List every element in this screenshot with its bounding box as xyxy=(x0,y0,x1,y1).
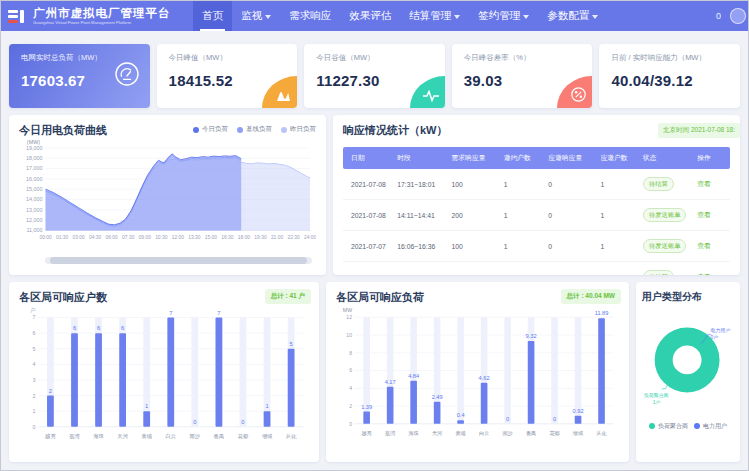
bar-白云[interactable] xyxy=(481,383,488,424)
district-load-chart: MW0246810121.39越秀4.17荔湾4.84海珠2.49天河0.4黄埔… xyxy=(336,305,619,450)
bar-番禺[interactable] xyxy=(528,341,535,424)
nav-item-签约管理[interactable]: 签约管理 xyxy=(469,1,538,31)
table-cell: 0 xyxy=(544,169,596,200)
legend-item-电力用户[interactable]: 电力用户 xyxy=(694,422,727,431)
bar-value-label: 4.62 xyxy=(479,375,490,381)
avatar[interactable] xyxy=(730,8,746,24)
nav-item-参数配置[interactable]: 参数配置 xyxy=(538,1,607,31)
table-cell: 1 xyxy=(596,231,639,262)
scrollbar-handle[interactable] xyxy=(50,257,306,264)
legend-dot xyxy=(193,127,199,133)
nav-item-label: 监视 xyxy=(241,9,262,23)
bar-番禺[interactable] xyxy=(216,318,223,427)
nav-item-首页[interactable]: 首页 xyxy=(193,1,232,31)
svg-text:12: 12 xyxy=(346,314,352,320)
bar-value-label: 2 xyxy=(49,388,52,394)
legend-item-负荷聚合商[interactable]: 负荷聚合商 xyxy=(649,422,688,431)
status-badge: 待结算 xyxy=(643,177,674,191)
svg-text:0: 0 xyxy=(349,421,352,427)
top-nav: 广州市虚拟电厂管理平台 Guangzhou Virtual Power Plan… xyxy=(1,1,748,31)
svg-text:10:30: 10:30 xyxy=(155,235,168,240)
nav-item-结算管理[interactable]: 结算管理 xyxy=(400,1,469,31)
svg-text:10: 10 xyxy=(346,332,352,338)
bar-海珠[interactable] xyxy=(95,333,102,427)
bar-黄埔[interactable] xyxy=(143,411,150,427)
nav-item-效果评估[interactable]: 效果评估 xyxy=(340,1,400,31)
bar-从化[interactable] xyxy=(598,318,605,424)
bar-value-label: 0.92 xyxy=(573,408,584,414)
notification-count[interactable]: 0 xyxy=(716,11,721,21)
bar-从化[interactable] xyxy=(288,349,295,427)
percent-icon xyxy=(571,87,586,102)
bar-荔湾[interactable] xyxy=(387,387,394,424)
table-cell-status: 待结算 xyxy=(639,169,693,200)
bar-增城[interactable] xyxy=(575,416,582,424)
svg-text:1: 1 xyxy=(32,408,35,414)
bar-value-label: 4.84 xyxy=(408,373,419,379)
bar-黄埔[interactable] xyxy=(457,420,464,424)
chart-zoom-scrollbar[interactable] xyxy=(45,257,312,264)
legend-label: 今日负荷 xyxy=(202,125,228,134)
bar-value-label: 1 xyxy=(145,403,148,409)
view-link[interactable]: 查看 xyxy=(697,211,711,218)
view-link[interactable]: 查看 xyxy=(697,273,711,275)
table-cell: 16:06~16:36 xyxy=(393,231,447,262)
svg-text:01:30: 01:30 xyxy=(56,235,69,240)
bar-荔湾[interactable] xyxy=(71,333,78,427)
svg-text:2: 2 xyxy=(32,393,35,399)
bar-value-label: 4.17 xyxy=(385,379,396,385)
bar-category-label: 南沙 xyxy=(502,430,513,437)
svg-text:3: 3 xyxy=(32,377,35,383)
kpi-card-3: 今日峰谷差率（%）39.03 xyxy=(452,44,593,108)
legend-item-基线负荷[interactable]: 基线负荷 xyxy=(237,125,272,134)
table-row: 2021-07-0814:11~14:41200101待发送账单查看 xyxy=(343,200,730,231)
svg-text:7: 7 xyxy=(32,314,35,320)
view-link[interactable]: 查看 xyxy=(697,180,711,187)
peak-curve-icon xyxy=(276,89,291,102)
district-households-chart: 户012345672越秀6荔湾6海珠6天河1黄埔7白云0南沙7番禺0花都1增城5… xyxy=(19,305,309,453)
bar-越秀[interactable] xyxy=(363,411,370,423)
brand[interactable]: 广州市虚拟电厂管理平台 Guangzhou Virtual Power Plan… xyxy=(7,6,177,26)
legend-item-昨日负荷[interactable]: 昨日负荷 xyxy=(281,125,316,134)
load-total-badge: 总计 : 40.04 MW xyxy=(561,289,621,304)
view-link[interactable]: 查看 xyxy=(697,242,711,249)
bar-天河[interactable] xyxy=(119,333,126,427)
bar-category-label: 从化 xyxy=(596,430,606,437)
svg-text:2: 2 xyxy=(349,403,352,409)
table-cell: 1 xyxy=(596,262,639,276)
bar-天河[interactable] xyxy=(434,402,441,424)
pulse-icon xyxy=(423,90,439,102)
svg-text:15,000: 15,000 xyxy=(26,186,43,192)
donut-label-电力用户: 电力用户 xyxy=(711,327,731,334)
bar-海珠[interactable] xyxy=(410,381,417,424)
bar-越秀[interactable] xyxy=(47,396,54,427)
legend-label: 电力用户 xyxy=(703,422,727,431)
svg-text:6: 6 xyxy=(349,367,352,373)
svg-text:19,000: 19,000 xyxy=(26,145,43,151)
bar-增城[interactable] xyxy=(264,411,271,427)
legend-item-今日负荷[interactable]: 今日负荷 xyxy=(193,125,228,134)
table-cell: 15:29~15:59 xyxy=(393,262,447,276)
kpi-label: 今日峰谷差率（%） xyxy=(464,53,581,63)
table-col-应邀响应量: 应邀响应量 xyxy=(544,147,596,169)
nav-item-需求响应[interactable]: 需求响应 xyxy=(280,1,340,31)
nav-item-监视[interactable]: 监视 xyxy=(232,1,280,31)
bar-白云[interactable] xyxy=(167,318,174,427)
user-type-title: 用户类型分布 xyxy=(642,290,734,304)
table-cell: 14:11~14:41 xyxy=(393,200,447,231)
svg-text:19:30: 19:30 xyxy=(254,235,267,240)
table-cell: 1 xyxy=(500,262,545,276)
donut-slice-负荷聚合商[interactable] xyxy=(664,336,711,383)
legend-label: 负荷聚合商 xyxy=(658,422,688,431)
table-row: 2021-07-0115:29~15:59200101待结算查看 xyxy=(343,262,730,276)
load-curve-panel: 今日用电负荷曲线 今日负荷基线负荷昨日负荷 (MW)19,00018,00017… xyxy=(9,115,326,275)
status-badge: 待发送账单 xyxy=(643,208,686,222)
svg-text:04:30: 04:30 xyxy=(89,235,102,240)
bar-track xyxy=(191,318,198,427)
bar-category-label: 天河 xyxy=(432,430,443,437)
table-cell-action: 查看 xyxy=(693,262,730,276)
svg-text:00:00: 00:00 xyxy=(39,235,52,240)
kpi-label: 今日谷值（MW） xyxy=(316,53,433,63)
bar-value-label: 0 xyxy=(506,416,509,422)
district_load-svg: MW0246810121.39越秀4.17荔湾4.84海珠2.49天河0.4黄埔… xyxy=(336,305,619,446)
